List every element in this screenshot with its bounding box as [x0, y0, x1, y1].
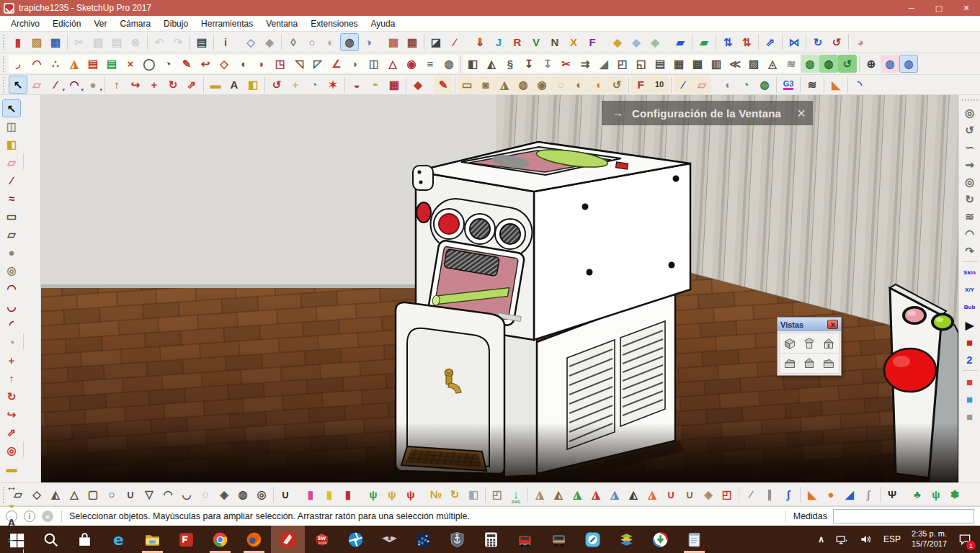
tape-measure-button[interactable]: ▬: [206, 76, 225, 94]
hook-button[interactable]: ↩: [196, 55, 215, 73]
taskbar-ats[interactable]: [508, 526, 542, 553]
pin-button[interactable]: ◉: [402, 55, 421, 73]
taskbar-idm[interactable]: [643, 526, 677, 553]
model-info-button[interactable]: i: [216, 33, 235, 51]
three-point-arc-button[interactable]: ◜: [2, 315, 21, 333]
grass-blades-button[interactable]: ψ: [927, 485, 945, 503]
loop-button[interactable]: ◯: [140, 55, 159, 73]
grid-panel-button[interactable]: ▦: [669, 55, 688, 73]
curve-pick-button[interactable]: ◝: [850, 76, 869, 94]
shape-sphere-mesh-button[interactable]: ◍: [233, 485, 252, 503]
play-button[interactable]: ▶: [961, 316, 979, 333]
taskbar-war-thunder[interactable]: [373, 526, 406, 553]
taskbar-warships[interactable]: [440, 526, 474, 553]
corner-fork-button[interactable]: ◸: [308, 55, 327, 73]
shape-wedge-button[interactable]: ◭: [46, 485, 65, 503]
ramp-button[interactable]: ◢: [594, 55, 613, 73]
taskbar-ets2[interactable]: [542, 526, 576, 553]
menu-ayuda[interactable]: Ayuda: [365, 16, 402, 31]
angle-button[interactable]: ∠: [327, 55, 346, 73]
wireframe-button[interactable]: ◊: [284, 33, 303, 51]
taskbar-layout[interactable]: [169, 526, 203, 553]
terrain-10-button[interactable]: ◈: [699, 485, 718, 503]
bub-button[interactable]: Bub: [961, 299, 979, 316]
curve-hook-button[interactable]: ↷: [961, 242, 979, 259]
taskbar-start[interactable]: [0, 526, 34, 553]
follow-me-button[interactable]: ↪: [126, 76, 145, 94]
marker-pink-button[interactable]: ▱: [692, 76, 711, 94]
draw-oct-paper-button[interactable]: ◉: [533, 76, 551, 94]
speaker-icon[interactable]: [854, 526, 878, 553]
view-right-button[interactable]: [780, 354, 800, 372]
solid-curve-button[interactable]: ∫: [859, 485, 878, 503]
arc-button[interactable]: ◠: [2, 279, 21, 297]
move-button[interactable]: +: [2, 351, 21, 369]
tree-button[interactable]: ♣: [908, 485, 927, 503]
kite-button[interactable]: ◇: [215, 55, 233, 73]
toolbar-drag-handle[interactable]: [962, 99, 978, 102]
line-button[interactable]: ∕▾: [46, 76, 65, 94]
soften-box-button[interactable]: ◰: [488, 485, 507, 503]
terrain-11-button[interactable]: ◰: [718, 485, 736, 503]
taskbar-sketchup[interactable]: [271, 526, 305, 553]
menu-edicion[interactable]: Edición: [46, 16, 87, 31]
push-pull-button[interactable]: ↑: [107, 76, 126, 94]
door-arch-button[interactable]: ◱: [632, 55, 651, 73]
menu-extensiones[interactable]: Extensiones: [304, 16, 364, 31]
make-component-button[interactable]: ◫: [2, 117, 21, 135]
viewport-canvas[interactable]: → Configuración de la Ventana × Vistas x: [41, 95, 958, 482]
menu-camara[interactable]: Cámara: [113, 16, 157, 31]
soap-skin-button[interactable]: ◍: [801, 55, 819, 73]
cube-arrow-r-button[interactable]: R: [508, 33, 527, 51]
shell-white-button[interactable]: ◖: [718, 76, 736, 94]
pull-down-button[interactable]: ↧: [538, 55, 557, 73]
notification-close-icon[interactable]: ×: [797, 105, 806, 122]
measures-input[interactable]: [833, 509, 974, 523]
quill-button[interactable]: ≋: [782, 55, 801, 73]
cone-sketch-button[interactable]: △: [383, 55, 402, 73]
circle-button[interactable]: ●: [2, 243, 21, 261]
taskbar-search[interactable]: [34, 526, 68, 553]
paint-bucket-button[interactable]: ◧: [2, 135, 21, 153]
shape-ellipsoid-button[interactable]: ○: [102, 485, 121, 503]
layer-color-button[interactable]: ▤: [102, 55, 121, 73]
draw-round-paper-button[interactable]: ◍: [514, 76, 533, 94]
balance-button[interactable]: Ψ: [883, 485, 901, 503]
solid-cylinders-button[interactable]: ●: [821, 485, 840, 503]
rose-button[interactable]: ◕: [851, 33, 870, 51]
terrain-4-button[interactable]: ◮: [587, 485, 605, 503]
shape-tube-button[interactable]: ∪: [121, 485, 140, 503]
view-iso-button[interactable]: [780, 334, 800, 353]
ffd-sphere-blue-button[interactable]: ◍: [899, 55, 918, 73]
eraser-button[interactable]: ▱: [2, 153, 21, 171]
cut-button[interactable]: ✂: [70, 33, 89, 51]
spikes-button[interactable]: ◬: [763, 55, 782, 73]
page-fold-button[interactable]: ◧: [463, 55, 482, 73]
cube-green-button[interactable]: ◆: [646, 33, 664, 51]
dot-curve-button[interactable]: ∴: [46, 55, 65, 73]
draw-blob-paper-button[interactable]: ◙: [476, 76, 495, 94]
shape-cone-button[interactable]: ▽: [140, 485, 159, 503]
curve-s-button[interactable]: ∽: [961, 138, 979, 156]
open-button[interactable]: ▨: [27, 33, 46, 51]
hatch-fan-button[interactable]: ▨: [744, 55, 763, 73]
magnet-u-button[interactable]: ∪: [276, 485, 295, 503]
coil-flat-button[interactable]: ≋: [961, 207, 979, 225]
grass-w-button[interactable]: ψ: [364, 485, 383, 503]
taskbar-chrome[interactable]: [203, 526, 237, 553]
taskbar-notepad[interactable]: [677, 526, 711, 553]
cube-arrow-button[interactable]: ⇓: [471, 33, 489, 51]
paint-button[interactable]: ◧: [244, 76, 262, 94]
grass-fb-button[interactable]: ψ: [383, 485, 401, 503]
marker-blue-button[interactable]: ∕: [674, 76, 692, 94]
paper-f-button[interactable]: F: [631, 76, 650, 94]
two-point-arc-button[interactable]: ◡: [2, 297, 21, 315]
line-button[interactable]: ∕: [2, 171, 21, 189]
grass-gw-button[interactable]: ψ: [401, 485, 420, 503]
menu-ventana[interactable]: Ventana: [259, 16, 304, 31]
taskbar-keyshot[interactable]: [339, 526, 373, 553]
toolbar-drag-handle[interactable]: [3, 35, 6, 50]
pan-button[interactable]: +: [286, 76, 305, 94]
shape-cylinder-button[interactable]: ▢: [84, 485, 102, 503]
polygon-button[interactable]: ◎: [2, 261, 21, 279]
